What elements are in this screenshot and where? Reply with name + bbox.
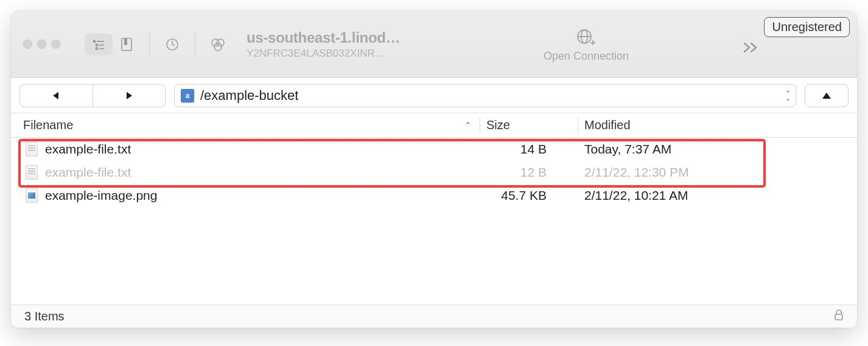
- outline-view-button[interactable]: [85, 34, 113, 55]
- text-file-icon: [26, 142, 38, 157]
- nav-forward-button[interactable]: [93, 85, 166, 107]
- toolbar-view-group: [85, 34, 141, 55]
- column-headers: Filename ⌃ Size Modified: [11, 113, 857, 138]
- toolbar-separator: [149, 32, 150, 57]
- sync-button[interactable]: [204, 34, 232, 55]
- toolbar-overflow-button[interactable]: [743, 41, 760, 56]
- toolbar-separator: [195, 32, 195, 57]
- lock-icon[interactable]: [834, 309, 844, 323]
- file-row[interactable]: example-image.png 45.7 KB 2/11/22, 10:21…: [11, 184, 857, 207]
- svg-rect-20: [835, 314, 842, 320]
- svg-point-10: [217, 39, 224, 46]
- svg-marker-18: [127, 92, 132, 99]
- file-size: 14 B: [480, 142, 577, 157]
- triangle-left-icon: [52, 91, 60, 100]
- svg-point-4: [96, 48, 97, 49]
- file-modified: 2/11/22, 10:21 AM: [577, 188, 857, 203]
- column-header-filename[interactable]: Filename ⌃: [11, 113, 480, 137]
- triangle-up-icon: [822, 91, 831, 100]
- nav-back-button[interactable]: [20, 85, 93, 107]
- close-window-button[interactable]: [23, 40, 32, 49]
- open-connection-button[interactable]: Open Connection: [544, 28, 629, 63]
- open-connection-label: Open Connection: [544, 50, 629, 63]
- status-item-count: 3 Items: [24, 309, 65, 323]
- status-bar: 3 Items: [11, 305, 857, 328]
- svg-point-0: [93, 40, 95, 42]
- triangle-right-icon: [125, 91, 133, 100]
- path-bar: a /example-bucket ⌃ ⌄: [11, 78, 857, 113]
- chevron-down-icon: ⌄: [785, 96, 791, 101]
- zoom-window-button[interactable]: [51, 40, 60, 49]
- file-name: example-image.png: [45, 188, 157, 203]
- path-field[interactable]: a /example-bucket ⌃ ⌄: [174, 84, 796, 107]
- app-window: us-southeast-1.linod… Y2NFRC3E4LASB032XI…: [11, 11, 857, 328]
- window-controls: [23, 40, 60, 49]
- svg-point-11: [214, 43, 222, 51]
- file-list: example-file.txt 14 B Today, 7:37 AM exa…: [11, 138, 857, 305]
- file-modified: 2/11/22, 12:30 PM: [577, 165, 857, 180]
- connection-subtitle: Y2NFRC3E4LASB032XINR…: [247, 48, 400, 60]
- file-size: 12 B: [480, 165, 577, 180]
- chevron-double-right-icon: [743, 41, 760, 54]
- go-up-button[interactable]: [805, 84, 849, 107]
- image-file-icon: [26, 188, 38, 203]
- history-button[interactable]: [158, 34, 186, 55]
- nav-back-forward: [19, 84, 166, 107]
- connection-info: us-southeast-1.linod… Y2NFRC3E4LASB032XI…: [247, 29, 400, 60]
- file-name: example-file.txt: [45, 165, 131, 180]
- text-file-icon: [26, 165, 38, 180]
- column-header-modified-label: Modified: [584, 118, 631, 132]
- globe-plus-icon: [576, 28, 597, 46]
- connection-title: us-southeast-1.linod…: [247, 29, 400, 46]
- minimize-window-button[interactable]: [37, 40, 46, 49]
- svg-point-2: [96, 44, 97, 46]
- svg-rect-7: [124, 38, 127, 45]
- bookmarks-button[interactable]: [113, 34, 141, 55]
- path-text: /example-bucket: [200, 88, 298, 104]
- path-stepper[interactable]: ⌃ ⌄: [785, 91, 791, 101]
- column-header-filename-label: Filename: [23, 118, 73, 132]
- svg-marker-17: [53, 92, 58, 99]
- unregistered-badge[interactable]: Unregistered: [764, 17, 850, 37]
- column-header-size-label: Size: [486, 118, 510, 132]
- file-name: example-file.txt: [45, 142, 131, 157]
- file-row[interactable]: example-file.txt 14 B Today, 7:37 AM: [11, 138, 857, 161]
- file-modified: Today, 7:37 AM: [577, 142, 857, 157]
- sort-ascending-icon: ⌃: [464, 121, 471, 130]
- column-header-modified[interactable]: Modified: [578, 113, 857, 137]
- file-row[interactable]: example-file.txt 12 B 2/11/22, 12:30 PM: [11, 161, 857, 184]
- svg-marker-19: [822, 93, 831, 99]
- column-header-size[interactable]: Size: [480, 113, 578, 137]
- s3-bucket-icon: a: [181, 89, 194, 102]
- file-size: 45.7 KB: [480, 188, 577, 203]
- toolbar: us-southeast-1.linod… Y2NFRC3E4LASB032XI…: [11, 11, 857, 78]
